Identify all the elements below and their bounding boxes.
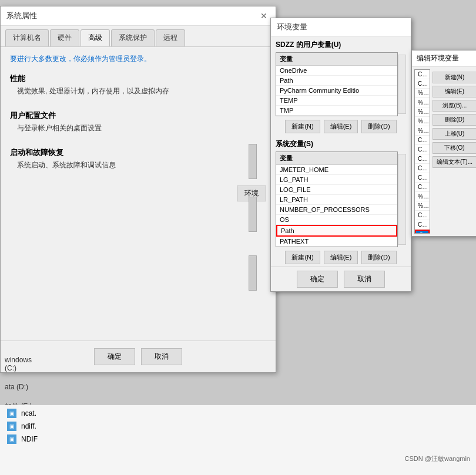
table-row[interactable]: PATHEXT (276, 237, 397, 247)
table-row[interactable]: NUMBER_OF_PROCESSORS (276, 205, 397, 215)
user-vars-table: 变量 OneDrive Path PyCharm Community Editi… (276, 52, 398, 116)
file-name-3: NDIF (21, 435, 38, 443)
system-delete-button[interactable]: 删除(D) (361, 251, 396, 264)
edit-text-button[interactable]: 编辑文本(T)... (433, 156, 476, 168)
edit-env-item-highlighted[interactable]: C:\Progra (415, 230, 430, 234)
edit-env-item[interactable]: %SystemR (415, 107, 430, 117)
tab-remote[interactable]: 远程 (156, 29, 185, 46)
performance-section: 性能 视觉效果, 处理器计划，内存使用，以及虚拟内存 (10, 73, 169, 106)
edit-env-title-bar: 编辑环境变量 (412, 50, 476, 67)
perf-scrollbar[interactable] (249, 144, 257, 179)
startup-scrollbar[interactable] (249, 255, 257, 291)
cancel-button[interactable]: 取消 (141, 348, 182, 365)
edit-env-item[interactable]: %SYSTEMI (415, 117, 430, 126)
system-new-button[interactable]: 新建(N) (285, 251, 320, 264)
table-row[interactable]: OS (276, 215, 397, 225)
table-row[interactable]: TMP (276, 106, 397, 116)
edit-env-item[interactable]: %SYSTEMI (415, 126, 430, 136)
list-item: ▣ ndiff. (5, 420, 471, 432)
table-row[interactable]: LR_PATH (276, 195, 397, 205)
user-vars-scrollbar[interactable] (398, 55, 406, 114)
system-vars-header: 变量 (276, 152, 397, 165)
edit-down-button[interactable]: 下移(O) (433, 142, 476, 154)
sysprops-title-bar: 系统属性 ✕ (1, 6, 276, 26)
envvars-ok-button[interactable]: 确定 (297, 271, 338, 288)
table-row[interactable]: JMETER_HOME (276, 165, 397, 175)
user-vars-section-title: SDZZ 的用户变量(U) (271, 36, 411, 51)
sysprops-title: 系统属性 (6, 11, 37, 21)
edit-env-item[interactable]: C:\android (415, 173, 430, 183)
edit-env-right-buttons: 新建(N) 编辑(E) 浏览(B)... 删除(D) 上移(U) 下移(O) 编… (430, 69, 476, 234)
tab-computername[interactable]: 计算机名 (5, 29, 49, 46)
edit-env-item[interactable]: %JAVA_H0 (415, 201, 430, 211)
edit-env-item[interactable]: %SystemR (415, 89, 430, 98)
edit-env-item[interactable]: C:\android (415, 164, 430, 173)
environ-row: 环境 (10, 186, 266, 201)
table-row[interactable]: OneDrive (276, 66, 397, 76)
edit-env-title-text: 编辑环境变量 (417, 53, 459, 63)
edit-env-item[interactable]: C:\Prograr (415, 220, 430, 230)
edit-env-item[interactable]: C:\Prograr (415, 145, 430, 154)
edit-up-button[interactable]: 上移(U) (433, 128, 476, 140)
edit-env-item[interactable]: C:\Prograr (415, 79, 430, 89)
envvars-cancel-button[interactable]: 取消 (344, 271, 385, 288)
userprofile-section: 用户配置文件 与登录帐户相关的桌面设置 (10, 110, 102, 143)
table-row[interactable]: TEMP (276, 96, 397, 106)
env-vars-window: 环境变量 SDZZ 的用户变量(U) 变量 OneDrive Path PyCh… (270, 18, 411, 292)
edit-env-item[interactable]: C:\Prograr (415, 211, 430, 220)
performance-title: 性能 (10, 73, 169, 84)
user-delete-button[interactable]: 删除(D) (361, 120, 396, 133)
startup-desc: 系统启动、系统故障和调试信息 (17, 160, 116, 170)
edit-env-item[interactable]: C:\Prograr (415, 183, 430, 192)
performance-desc: 视觉效果, 处理器计划，内存使用，以及虚拟内存 (17, 86, 169, 96)
table-row[interactable]: Path (276, 76, 397, 86)
path-row-highlighted[interactable]: Path (276, 225, 397, 237)
edit-env-body: C:\Prograr C:\Prograr %SystemR %SystemR … (414, 69, 476, 234)
system-edit-button[interactable]: 编辑(E) (324, 251, 358, 264)
drive-windows: windows (C:) (5, 356, 42, 372)
edit-env-item[interactable]: C:\android (415, 154, 430, 164)
edit-edit-button[interactable]: 编辑(E) (433, 86, 476, 97)
table-row[interactable]: LG_PATH (276, 175, 397, 185)
sysprops-sections: 性能 视觉效果, 处理器计划，内存使用，以及虚拟内存 用户配置文件 与登录帐户相… (10, 73, 266, 201)
tab-advanced[interactable]: 高级 (81, 29, 110, 46)
sysprops-tabs: 计算机名 硬件 高级 系统保护 远程 (1, 26, 276, 47)
user-vars-header: 变量 (276, 53, 397, 66)
userprofile-desc: 与登录帐户相关的桌面设置 (17, 123, 102, 133)
userprofile-scrollbar[interactable] (249, 197, 257, 232)
system-vars-table: 变量 JMETER_HOME LG_PATH LOG_FILE LR_PATH … (276, 151, 398, 247)
sysprops-close-button[interactable]: ✕ (258, 10, 270, 22)
file-list: ▣ ncat. ▣ ndiff. ▣ NDIF (5, 407, 471, 445)
edit-env-item[interactable]: C:\Prograr (415, 70, 430, 79)
edit-env-item[interactable]: C:\Prograr (415, 136, 430, 145)
csdn-watermark: CSDN @汪敏wangmin (405, 454, 470, 463)
system-vars-container: 变量 JMETER_HOME LG_PATH LOG_FILE LR_PATH … (276, 151, 406, 247)
edit-env-item[interactable]: %JAVA_H0 (415, 192, 430, 201)
envvars-bottom-buttons: 确定 取消 (271, 267, 411, 291)
drive-data: ata (D:) (5, 383, 42, 391)
tab-systemprotect[interactable]: 系统保护 (111, 29, 155, 46)
envvars-title-bar: 环境变量 (271, 18, 411, 36)
edit-env-item[interactable]: %SystemR (415, 98, 430, 107)
edit-env-window: 编辑环境变量 C:\Prograr C:\Prograr %SystemR %S… (411, 50, 476, 237)
ok-button[interactable]: 确定 (94, 348, 135, 365)
file-name-2: ndiff. (21, 422, 36, 430)
tab-hardware[interactable]: 硬件 (50, 29, 79, 46)
table-row[interactable]: PyCharm Community Editio (276, 86, 397, 96)
user-vars-buttons: 新建(N) 编辑(E) 删除(D) (271, 117, 411, 136)
file-icon: ▣ (7, 422, 16, 431)
file-icon: ▣ (7, 409, 16, 418)
edit-delete-button[interactable]: 删除(D) (433, 114, 476, 126)
edit-new-button[interactable]: 新建(N) (433, 72, 476, 83)
user-edit-button[interactable]: 编辑(E) (324, 120, 358, 133)
edit-browse-button[interactable]: 浏览(B)... (433, 100, 476, 112)
startup-section: 启动和故障恢复 系统启动、系统故障和调试信息 (10, 147, 116, 180)
user-vars-container: 变量 OneDrive Path PyCharm Community Editi… (276, 52, 406, 116)
admin-notice: 要进行大多数更改，你必须作为管理员登录。 (10, 54, 266, 64)
file-manager-bottom: ▣ ncat. ▣ ndiff. ▣ NDIF (0, 405, 476, 475)
startup-title: 启动和故障恢复 (10, 147, 116, 158)
table-row[interactable]: LOG_FILE (276, 185, 397, 195)
system-vars-scrollbar[interactable] (398, 154, 406, 245)
file-name-1: ncat. (21, 409, 36, 417)
user-new-button[interactable]: 新建(N) (285, 120, 320, 133)
